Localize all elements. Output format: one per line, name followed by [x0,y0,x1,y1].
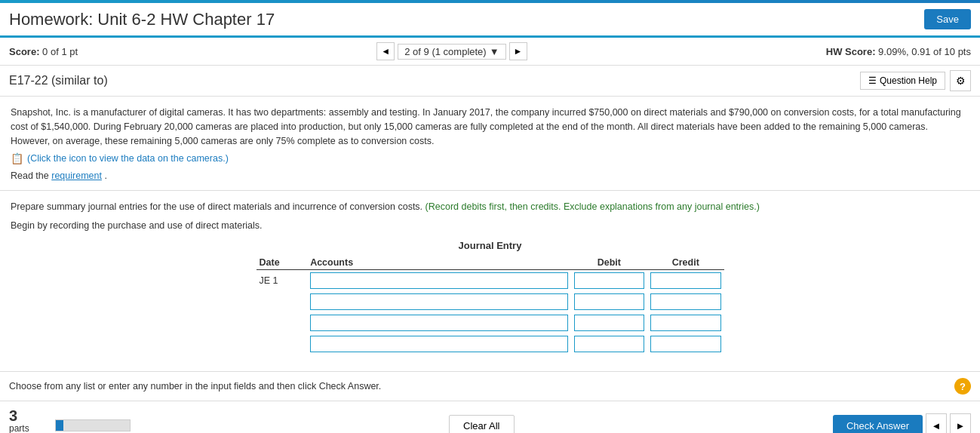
row-debit [571,270,647,292]
save-button[interactable]: Save [924,9,971,29]
credit-header: Credit [647,256,723,270]
question-help-area: ☰ Question Help ⚙ [860,70,971,91]
answer-area: Prepare summary journal entries for the … [0,191,980,372]
help-circle-button[interactable]: ? [954,378,971,395]
score-bar: Score: 0 of 1 pt ◄ 2 of 9 (1 complete) ▼… [0,38,980,66]
list-icon: ☰ [868,75,877,86]
check-answer-button[interactable]: Check Answer [833,415,923,433]
parts-left: 3 parts remaining [9,407,131,433]
parts-info: 3 parts remaining [9,407,49,433]
footer-next-icon: ► [956,420,966,431]
footer-bar: 3 parts remaining Clear All Check Answer… [0,401,980,433]
dropdown-icon: ▼ [490,46,499,57]
debit-input-3[interactable] [574,336,644,352]
begin-text: Begin by recording the purchase and use … [11,220,969,231]
data-link[interactable]: 📋 (Click the icon to view the data on th… [11,152,969,164]
table-row [257,333,724,355]
next-question-button[interactable]: ► [509,42,527,60]
footer-right: Check Answer ◄ ► [833,413,971,433]
score-right: HW Score: 9.09%, 0.91 of 10 pts [826,46,971,57]
row-account [307,312,570,333]
credit-input-0[interactable] [650,272,720,289]
row-debit [571,333,647,355]
read-period: . [104,170,106,181]
table-row: JE 1 [257,270,724,292]
clear-all-button[interactable]: Clear All [449,415,514,433]
question-id: E17-22 (similar to) [9,74,108,88]
row-credit [647,312,723,333]
debit-input-2[interactable] [574,315,644,331]
row-credit [647,333,723,355]
table-row [257,291,724,312]
account-input-2[interactable] [310,315,567,331]
book-icon: 📋 [11,152,23,164]
score-left: Score: 0 of 1 pt [9,46,78,57]
table-row [257,312,724,333]
read-text: Read the [11,170,49,181]
row-debit [571,312,647,333]
gear-icon: ⚙ [956,75,966,87]
hw-score-label: HW Score: [826,46,876,57]
progress-bar [55,419,131,431]
row-date: JE 1 [257,270,308,292]
row-credit [647,291,723,312]
footer-center: Clear All [449,415,514,433]
bottom-instruction-bar: Choose from any list or enter any number… [0,372,980,401]
problem-text: Snapshot, Inc. is a manufacturer of digi… [11,106,969,148]
score-label: Score: [9,46,39,57]
prev-question-button[interactable]: ◄ [376,42,395,60]
requirement-link[interactable]: requirement [51,170,102,181]
nav-label[interactable]: 2 of 9 (1 complete) ▼ [398,44,505,60]
question-header: E17-22 (similar to) ☰ Question Help ⚙ [0,66,980,97]
footer-prev-icon: ◄ [932,420,942,431]
parts-number: 3 [9,407,17,424]
read-line: Read the requirement . [11,170,969,181]
credit-input-1[interactable] [650,293,720,310]
debit-input-0[interactable] [574,272,644,289]
icon-link-text: (Click the icon to view the data on the … [27,153,229,164]
row-date [257,291,308,312]
row-account [307,270,570,292]
page-title: Homework: Unit 6-2 HW Chapter 17 [9,10,275,29]
parts-label: parts remaining [9,424,49,433]
prev-icon: ◄ [381,46,390,57]
next-icon: ► [514,46,523,57]
account-input-1[interactable] [310,293,567,310]
row-debit [571,291,647,312]
help-icon: ? [960,381,966,392]
credit-input-3[interactable] [650,336,720,352]
account-input-0[interactable] [310,272,567,289]
footer-next-button[interactable]: ► [950,413,971,433]
journal-title: Journal Entry [11,240,969,251]
row-credit [647,270,723,292]
footer-prev-button[interactable]: ◄ [926,413,947,433]
nav-controls: ◄ 2 of 9 (1 complete) ▼ ► [376,42,527,60]
score-value: 0 of 1 pt [42,46,78,57]
debit-header: Debit [571,256,647,270]
row-date [257,312,308,333]
debit-input-1[interactable] [574,293,644,310]
main-content: Snapshot, Inc. is a manufacturer of digi… [0,97,980,191]
journal-section: Journal Entry Date Accounts Debit Credit… [11,240,969,355]
account-input-3[interactable] [310,336,567,352]
date-header: Date [257,256,308,270]
instructions-green: (Record debits first, then credits. Excl… [425,201,760,212]
question-help-button[interactable]: ☰ Question Help [860,72,945,90]
header-bar: Homework: Unit 6-2 HW Chapter 17 Save [0,3,980,38]
nav-text: 2 of 9 (1 complete) [404,46,486,57]
instructions: Prepare summary journal entries for the … [11,200,969,214]
settings-button[interactable]: ⚙ [950,70,971,91]
row-account [307,291,570,312]
row-account [307,333,570,355]
bottom-instruction-text: Choose from any list or enter any number… [9,381,381,392]
row-date [257,333,308,355]
table-header-row: Date Accounts Debit Credit [257,256,724,270]
hw-score-value: 9.09%, 0.91 of 10 pts [878,46,971,57]
instructions-text: Prepare summary journal entries for the … [11,201,422,212]
credit-input-2[interactable] [650,315,720,331]
progress-bar-fill [56,420,63,431]
question-help-label: Question Help [880,75,937,86]
accounts-header: Accounts [307,256,570,270]
journal-table: Date Accounts Debit Credit JE 1 [257,256,724,355]
